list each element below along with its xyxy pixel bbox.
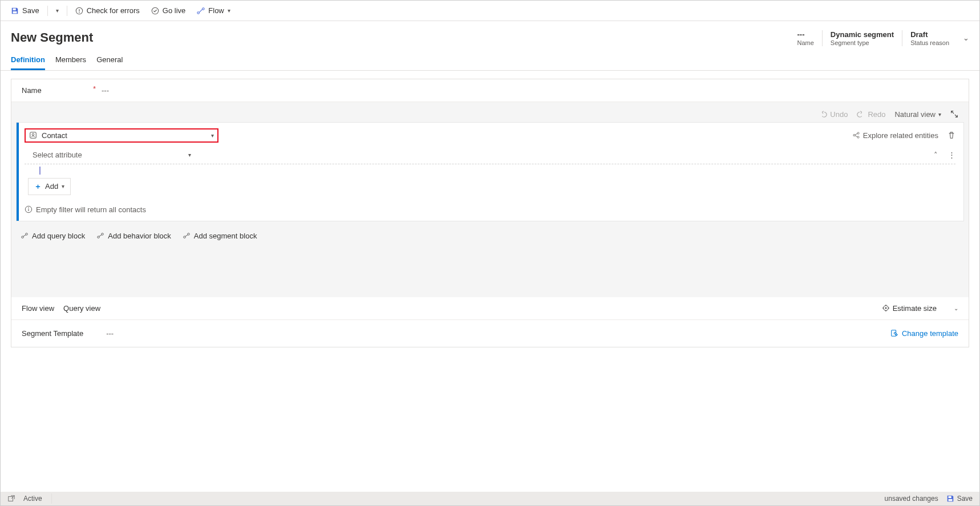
check-circle-icon: [151, 7, 159, 15]
form-area: Name* --- Undo Redo Natural view ▾: [1, 71, 979, 492]
svg-point-17: [26, 233, 28, 236]
svg-rect-0: [13, 8, 16, 10]
form-box: Name* --- Undo Redo Natural view ▾: [11, 79, 969, 347]
save-icon: [946, 495, 954, 503]
svg-point-23: [885, 307, 886, 309]
save-button[interactable]: Save: [6, 4, 44, 17]
trash-icon: [947, 131, 955, 139]
template-row: Segment Template --- Change template: [11, 320, 969, 347]
svg-point-16: [22, 236, 24, 238]
svg-rect-26: [948, 496, 951, 499]
svg-point-20: [184, 236, 186, 238]
meta-status-reason: Draft Status reason: [902, 30, 957, 46]
chevron-down-icon: ▾: [188, 152, 191, 158]
plus-icon: ＋: [34, 181, 42, 192]
go-live-button[interactable]: Go live: [147, 4, 190, 17]
add-condition-button[interactable]: ＋ Add ▾: [28, 178, 71, 195]
template-value: ---: [106, 329, 114, 338]
add-behavior-block-button[interactable]: Add behavior block: [96, 232, 171, 240]
header-expand[interactable]: ⌄: [957, 34, 969, 42]
tabs: Definition Members General: [1, 51, 979, 71]
required-indicator: *: [93, 84, 96, 93]
view-mode-dropdown[interactable]: Natural view ▾: [894, 110, 941, 119]
svg-point-9: [32, 133, 34, 136]
chevron-down-icon: ▾: [56, 7, 59, 14]
flow-label: Flow: [208, 6, 224, 15]
flow-view-link[interactable]: Flow view: [22, 304, 54, 313]
status-active: Active: [23, 495, 42, 503]
header-meta: --- Name Dynamic segment Segment type Dr…: [789, 30, 969, 46]
golive-label: Go live: [163, 6, 185, 15]
fullscreen-button[interactable]: [950, 110, 958, 118]
designer-toolbar: Undo Redo Natural view ▾: [11, 107, 969, 122]
tab-definition[interactable]: Definition: [11, 51, 45, 70]
save-dropdown[interactable]: ▾: [51, 5, 63, 16]
target-icon: [882, 304, 890, 312]
chevron-up-icon: ˄: [934, 151, 938, 159]
graph-icon: [852, 131, 860, 139]
expand-icon: [950, 110, 958, 118]
svg-point-14: [28, 208, 29, 209]
name-input[interactable]: ---: [102, 86, 109, 95]
alert-icon: [75, 7, 83, 15]
attribute-more-button[interactable]: ⋮: [948, 151, 955, 159]
edit-icon: [890, 329, 898, 337]
collapse-attribute-button[interactable]: ˄: [934, 151, 938, 159]
svg-point-12: [857, 136, 859, 138]
block-info: Empty filter will return all contacts: [25, 200, 955, 214]
entity-selector[interactable]: Contact ▾: [25, 128, 218, 143]
change-template-button[interactable]: Change template: [890, 329, 958, 338]
svg-point-10: [853, 135, 855, 136]
redo-button[interactable]: Redo: [857, 110, 885, 119]
chevron-down-icon: ▾: [938, 111, 941, 118]
page-header: New Segment --- Name Dynamic segment Seg…: [1, 21, 979, 51]
redo-icon: [857, 110, 865, 118]
name-label: Name*: [22, 86, 102, 95]
query-block: Contact ▾ Explore related entities: [16, 122, 964, 221]
popout-icon[interactable]: [7, 495, 15, 503]
connector-line: [39, 167, 955, 175]
more-vertical-icon: ⋮: [948, 151, 955, 159]
tab-members[interactable]: Members: [55, 51, 86, 70]
info-text: Empty filter will return all contacts: [36, 205, 146, 214]
divider: [67, 6, 67, 16]
svg-point-4: [79, 11, 80, 13]
svg-rect-25: [9, 497, 13, 501]
flow-icon: [183, 232, 191, 240]
divider: [47, 6, 48, 16]
divider: [51, 493, 52, 504]
save-label: Save: [22, 6, 39, 15]
contact-icon: [29, 131, 37, 139]
chevron-down-icon: ▾: [211, 132, 214, 139]
command-bar: Save ▾ Check for errors Go live Flow ▾: [1, 1, 979, 21]
block-actions: Add query block Add behavior block Add s…: [11, 227, 969, 246]
add-segment-block-button[interactable]: Add segment block: [183, 232, 257, 240]
status-bar: Active unsaved changes Save: [1, 492, 979, 505]
save-icon: [11, 7, 19, 15]
info-icon: [25, 205, 33, 213]
svg-point-6: [197, 11, 200, 14]
flow-button[interactable]: Flow ▾: [192, 4, 234, 17]
svg-rect-27: [948, 499, 952, 501]
undo-button[interactable]: Undo: [819, 110, 848, 119]
chevron-down-icon: ▾: [228, 7, 230, 14]
template-label: Segment Template: [22, 329, 83, 338]
check-errors-button[interactable]: Check for errors: [71, 4, 144, 17]
flow-icon: [21, 232, 29, 240]
tab-general[interactable]: General: [96, 51, 123, 70]
query-view-link[interactable]: Query view: [63, 304, 100, 313]
add-query-block-button[interactable]: Add query block: [21, 232, 85, 240]
delete-block-button[interactable]: [947, 131, 955, 139]
estimate-size-button[interactable]: Estimate size ⌄: [882, 304, 958, 313]
svg-point-7: [203, 7, 205, 10]
explore-related-button[interactable]: Explore related entities: [852, 131, 938, 140]
flow-icon: [197, 7, 205, 15]
attribute-selector[interactable]: Select attribute ▾: [29, 148, 195, 161]
undo-icon: [819, 110, 827, 118]
entity-label: Contact: [42, 131, 67, 140]
views-row: Flow view Query view Estimate size ⌄: [11, 297, 969, 320]
statusbar-save-button[interactable]: Save: [946, 495, 973, 503]
check-label: Check for errors: [87, 6, 140, 15]
svg-point-18: [98, 236, 100, 238]
meta-name: --- Name: [789, 30, 822, 46]
